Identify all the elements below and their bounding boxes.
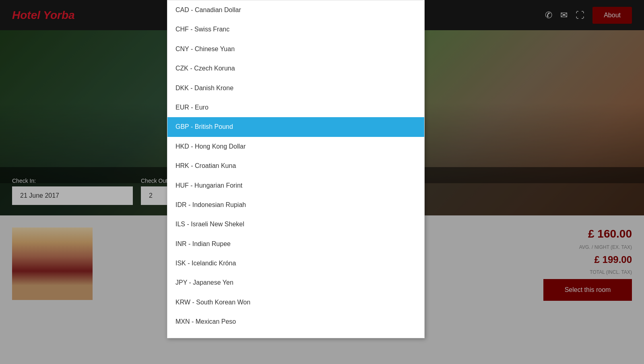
currency-item-cad[interactable]: CAD - Canadian Dollar [167,0,424,20]
currency-item-inr[interactable]: INR - Indian Rupee [167,234,424,254]
currency-item-huf[interactable]: HUF - Hungarian Forint [167,176,424,195]
currency-item-hrk[interactable]: HRK - Croatian Kuna [167,156,424,176]
currency-item-krw[interactable]: KRW - South Korean Won [167,293,424,312]
currency-item-isk[interactable]: ISK - Icelandic Króna [167,254,424,273]
currency-item-chf[interactable]: CHF - Swiss Franc [167,20,424,39]
currency-item-cny[interactable]: CNY - Chinese Yuan [167,39,424,59]
currency-item-eur[interactable]: EUR - Euro [167,98,424,117]
currency-item-myr[interactable]: MYR - Malaysian Ringgit [167,332,424,338]
currency-item-dkk[interactable]: DKK - Danish Krone [167,79,424,98]
currency-item-gbp[interactable]: GBP - British Pound [167,117,424,136]
currency-item-czk[interactable]: CZK - Czech Koruna [167,59,424,78]
currency-item-idr[interactable]: IDR - Indonesian Rupiah [167,195,424,215]
currency-item-jpy[interactable]: JPY - Japanese Yen [167,273,424,292]
currency-item-hkd[interactable]: HKD - Hong Kong Dollar [167,137,424,156]
currency-dropdown[interactable]: CAD - Canadian DollarCHF - Swiss FrancCN… [167,0,425,338]
currency-item-ils[interactable]: ILS - Israeli New Shekel [167,215,424,234]
currency-item-mxn[interactable]: MXN - Mexican Peso [167,312,424,331]
